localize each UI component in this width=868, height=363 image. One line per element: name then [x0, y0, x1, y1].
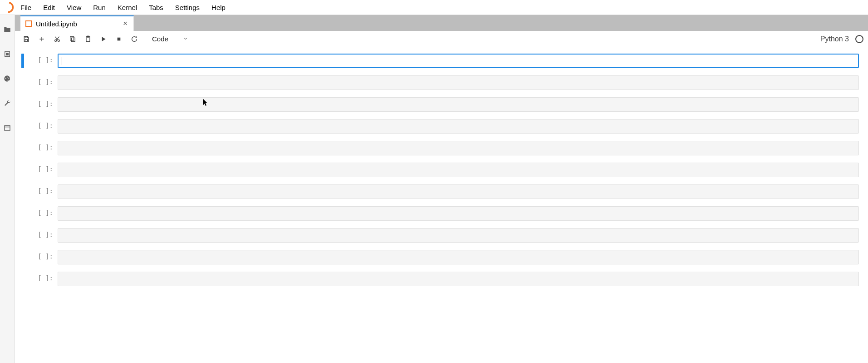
tab-strip: Untitled.ipynb ×: [15, 15, 868, 31]
cell-select-bar: [21, 75, 24, 90]
cell-type-label: Code: [152, 35, 168, 43]
cell-select-bar: [21, 54, 24, 68]
chevron-down-icon: [183, 35, 188, 43]
folder-icon[interactable]: [2, 24, 13, 35]
notebook-toolbar: Code Python 3: [15, 31, 868, 47]
cell-select-bar: [21, 250, 24, 264]
svg-rect-23: [118, 37, 121, 40]
cell-editor[interactable]: [58, 75, 859, 90]
svg-marker-22: [102, 37, 106, 41]
menu-kernel[interactable]: Kernel: [112, 1, 143, 14]
cell-select-bar: [21, 206, 24, 221]
interrupt-button[interactable]: [112, 32, 126, 46]
notebook-icon: [25, 20, 32, 27]
svg-rect-19: [70, 36, 74, 40]
cell-prompt: [ ]:: [25, 119, 58, 134]
svg-rect-6: [5, 126, 10, 131]
menu-file[interactable]: File: [15, 1, 37, 14]
cell-select-bar: [21, 141, 24, 155]
jupyter-logo-icon: [2, 1, 15, 14]
cell-prompt: [ ]:: [25, 272, 58, 286]
svg-rect-18: [71, 38, 75, 41]
menu-run[interactable]: Run: [87, 1, 112, 14]
menu-help[interactable]: Help: [206, 1, 231, 14]
cell-editor[interactable]: [58, 272, 859, 286]
kernel-status-icon[interactable]: [855, 35, 863, 43]
cell-editor[interactable]: [58, 206, 859, 221]
wrench-icon[interactable]: [2, 98, 13, 109]
menu-edit[interactable]: Edit: [37, 1, 61, 14]
close-icon[interactable]: ×: [122, 20, 129, 27]
cell-editor[interactable]: [58, 228, 859, 243]
svg-point-0: [4, 3, 13, 12]
svg-point-3: [5, 78, 6, 79]
svg-point-4: [7, 77, 8, 78]
cell-editor[interactable]: [58, 250, 859, 264]
cell-prompt: [ ]:: [25, 206, 58, 221]
cell-prompt: [ ]:: [25, 141, 58, 155]
cell-prompt: [ ]:: [25, 163, 58, 177]
left-sidebar: [0, 15, 15, 363]
restart-button[interactable]: [128, 32, 141, 46]
code-cell[interactable]: [ ]:: [21, 97, 859, 112]
menu-settings[interactable]: Settings: [169, 1, 206, 14]
cell-select-bar: [21, 272, 24, 286]
cell-prompt: [ ]:: [25, 97, 58, 112]
cell-select-bar: [21, 119, 24, 134]
code-cell[interactable]: [ ]:: [21, 272, 859, 286]
code-cell[interactable]: [ ]:: [21, 206, 859, 221]
cell-editor[interactable]: [58, 97, 859, 112]
code-cell[interactable]: [ ]:: [21, 54, 859, 68]
cell-select-bar: [21, 97, 24, 112]
cell-prompt: [ ]:: [25, 184, 58, 199]
paste-button[interactable]: [81, 32, 95, 46]
menu-tabs[interactable]: Tabs: [143, 1, 169, 14]
code-cell[interactable]: [ ]:: [21, 228, 859, 243]
tab-title: Untitled.ipynb: [36, 20, 118, 28]
insert-cell-button[interactable]: [35, 32, 49, 46]
code-cell[interactable]: [ ]:: [21, 141, 859, 155]
cell-editor[interactable]: [58, 141, 859, 155]
cell-select-bar: [21, 184, 24, 199]
save-button[interactable]: [20, 32, 33, 46]
cell-type-select[interactable]: Code: [149, 33, 191, 45]
cell-prompt: [ ]:: [25, 75, 58, 90]
run-button[interactable]: [97, 32, 110, 46]
cell-editor[interactable]: [58, 163, 859, 177]
code-cell[interactable]: [ ]:: [21, 250, 859, 264]
cell-prompt: [ ]:: [25, 54, 58, 68]
cut-button[interactable]: [50, 32, 64, 46]
svg-rect-11: [25, 39, 27, 41]
cell-prompt: [ ]:: [25, 250, 58, 264]
svg-rect-2: [6, 53, 9, 55]
kernel-name[interactable]: Python 3: [820, 35, 853, 43]
cell-editor[interactable]: [58, 54, 859, 68]
tab-untitled[interactable]: Untitled.ipynb ×: [20, 15, 134, 31]
notebook-area[interactable]: [ ]:[ ]:[ ]:[ ]:[ ]:[ ]:[ ]:[ ]:[ ]:[ ]:…: [15, 47, 868, 363]
cell-select-bar: [21, 163, 24, 177]
svg-point-5: [8, 78, 9, 79]
svg-rect-10: [25, 36, 27, 38]
code-cell[interactable]: [ ]:: [21, 119, 859, 134]
text-cursor: [62, 57, 62, 65]
cell-prompt: [ ]:: [25, 228, 58, 243]
cell-editor[interactable]: [58, 119, 859, 134]
code-cell[interactable]: [ ]:: [21, 184, 859, 199]
menu-view[interactable]: View: [61, 1, 87, 14]
running-icon[interactable]: [2, 49, 13, 60]
cell-editor[interactable]: [58, 184, 859, 199]
open-tabs-icon[interactable]: [2, 122, 13, 133]
cell-select-bar: [21, 228, 24, 243]
svg-rect-9: [26, 21, 31, 26]
copy-button[interactable]: [66, 32, 79, 46]
palette-icon[interactable]: [2, 73, 13, 84]
menu-bar: File Edit View Run Kernel Tabs Settings …: [0, 0, 868, 15]
code-cell[interactable]: [ ]:: [21, 163, 859, 177]
code-cell[interactable]: [ ]:: [21, 75, 859, 90]
